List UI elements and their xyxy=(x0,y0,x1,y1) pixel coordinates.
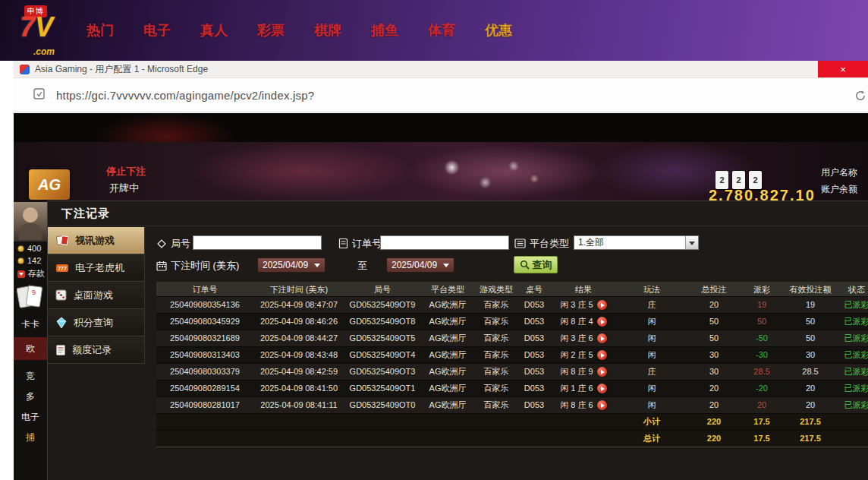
valid-bet-cell: 50 xyxy=(783,314,838,330)
total-payout: 17.5 xyxy=(741,431,783,447)
tab-slots[interactable]: 777 电子老虎机 xyxy=(48,254,144,282)
bet-time-cell: 2025-04-09 08:42:59 xyxy=(253,364,344,380)
platform-cell: AG欧洲厅 xyxy=(420,381,475,396)
round-number-input[interactable] xyxy=(193,235,322,250)
page-favicon-icon xyxy=(20,65,30,74)
coin-icon xyxy=(17,257,24,264)
tab-table-games[interactable]: 桌面游戏 xyxy=(48,282,144,309)
order-id-cell: 250409080289154 xyxy=(156,381,253,396)
play-video-button[interactable] xyxy=(597,333,607,343)
table-no-cell: D053 xyxy=(517,330,551,346)
total-label: 总计 xyxy=(616,431,687,447)
chevron-down-icon xyxy=(443,264,449,270)
date-to-picker[interactable]: 2025/04/09 xyxy=(386,257,454,273)
page-content: AG 停止下注 开牌中 2 2 2 用户名称 账户余额 2,780,827.10… xyxy=(14,113,868,480)
platform-cell: AG欧洲厅 xyxy=(420,330,475,346)
lobby-lights xyxy=(423,150,552,197)
result-text: 闲 8 庄 4 xyxy=(560,314,593,330)
play-video-button[interactable] xyxy=(597,317,607,327)
refresh-icon[interactable] xyxy=(854,90,866,105)
status-cell: 已派彩 xyxy=(838,314,868,330)
dropdown-arrow-icon[interactable] xyxy=(685,236,698,249)
game-type-cell: 百家乐 xyxy=(475,381,517,396)
play-video-button[interactable] xyxy=(597,300,607,310)
order-id-cell: 250409080354136 xyxy=(156,297,253,313)
order-number-input[interactable] xyxy=(380,235,509,250)
bet-time-cell: 2025-04-09 08:47:07 xyxy=(253,297,344,313)
rail-menu-item[interactable]: 卡卡 xyxy=(14,315,47,333)
valid-bet-cell: 28.5 xyxy=(783,364,838,380)
modal-header: 下注记录 xyxy=(48,201,868,226)
round-id-cell: GD05325409OT8 xyxy=(344,314,420,330)
valid-bet-cell: 19 xyxy=(783,297,838,313)
site-logo[interactable]: 申博 7V .com xyxy=(18,3,68,58)
play-video-button[interactable] xyxy=(597,384,607,393)
tab-points-query[interactable]: 积分查询 xyxy=(48,309,144,336)
cards-icon: 9 xyxy=(17,282,44,315)
total-bet-cell: 50 xyxy=(687,314,741,330)
nav-item[interactable]: 体育 xyxy=(428,21,455,39)
table-no-cell: D053 xyxy=(517,314,551,330)
status-cell: 已派彩 xyxy=(838,381,868,396)
gem-icon xyxy=(55,317,68,329)
nav-item[interactable]: 棋牌 xyxy=(314,21,341,39)
nav-item[interactable]: 彩票 xyxy=(257,21,285,39)
platform-type-select[interactable]: 1.全部 xyxy=(574,235,699,250)
logo-text: 7V xyxy=(20,14,53,41)
play-video-button[interactable] xyxy=(597,367,607,377)
rail-menu-item[interactable]: 竞 xyxy=(14,367,47,385)
nav-item[interactable]: 热门 xyxy=(86,21,114,39)
nav-item[interactable]: 优惠 xyxy=(485,21,512,39)
nav-item[interactable]: 捕鱼 xyxy=(371,21,398,39)
total-bet-cell: 50 xyxy=(687,330,741,346)
rail-menu-item[interactable]: 电子 xyxy=(14,408,47,426)
avatar xyxy=(14,202,47,242)
total-bet-cell: 20 xyxy=(687,397,741,413)
play-icon xyxy=(601,303,605,308)
order-filter-label: 订单号 xyxy=(338,236,382,251)
tab-label: 额度记录 xyxy=(72,343,112,357)
result-cell: 闲 8 庄 4 xyxy=(551,314,616,330)
nav-item[interactable]: 电子 xyxy=(143,21,171,39)
play-icon xyxy=(601,403,605,408)
rail-menu-item[interactable]: 多 xyxy=(14,387,47,406)
order-id-cell: 250409080321689 xyxy=(156,330,253,346)
deposit-button[interactable]: 存款 xyxy=(17,268,45,279)
bet-record-row: 250409080289154 2025-04-09 08:41:50 GD05… xyxy=(156,381,868,397)
browser-titlebar[interactable]: Asia Gaming - 用户配置 1 - Microsoft Edge × xyxy=(14,61,868,78)
rail-menu-item[interactable]: 捕 xyxy=(14,428,47,447)
site-info-icon[interactable] xyxy=(33,87,46,103)
site-nav-bar: 申博 7V .com 热门电子真人彩票棋牌捕鱼体育优惠 xyxy=(0,0,868,61)
nav-item[interactable]: 真人 xyxy=(200,21,228,39)
payout-cell: 28.5 xyxy=(741,364,783,380)
date-from-picker[interactable]: 2025/04/09 xyxy=(257,257,326,273)
valid-bet-cell: 20 xyxy=(783,381,838,396)
total-bet-cell: 30 xyxy=(687,347,741,363)
table-no-cell: D053 xyxy=(517,364,551,380)
diamond-icon xyxy=(156,238,167,249)
play-icon xyxy=(601,387,605,391)
column-header: 平台类型 xyxy=(420,282,475,296)
result-cell: 闲 2 庄 5 xyxy=(551,347,616,363)
close-button[interactable]: × xyxy=(818,61,868,77)
username-label: 用户名称 xyxy=(821,166,857,179)
order-id-cell: 250409080303379 xyxy=(156,364,253,380)
dice-icon xyxy=(55,289,68,302)
result-text: 闲 8 庄 6 xyxy=(560,397,593,413)
status-cell: 已派彩 xyxy=(838,347,868,363)
tab-video-games[interactable]: 视讯游戏 xyxy=(48,227,144,254)
deposit-icon xyxy=(17,270,25,278)
tab-quota-records[interactable]: 额度记录 xyxy=(48,336,144,364)
game-type-cell: 百家乐 xyxy=(475,297,517,313)
rail-menu-item-active[interactable]: 欧 xyxy=(14,337,47,360)
total-valid: 217.5 xyxy=(783,431,838,447)
table-no-cell: D053 xyxy=(517,397,551,413)
play-video-button[interactable] xyxy=(597,350,607,360)
play-video-button[interactable] xyxy=(597,400,607,410)
game-type-cell: 百家乐 xyxy=(475,347,517,363)
calendar-icon xyxy=(156,261,167,271)
search-button[interactable]: 查询 xyxy=(514,256,558,273)
result-text: 闲 2 庄 5 xyxy=(560,347,593,363)
url-text[interactable]: https://gci.7vvvvvv.com/agingame/pcv2/in… xyxy=(56,89,314,102)
subtotal-label: 小计 xyxy=(616,414,687,430)
